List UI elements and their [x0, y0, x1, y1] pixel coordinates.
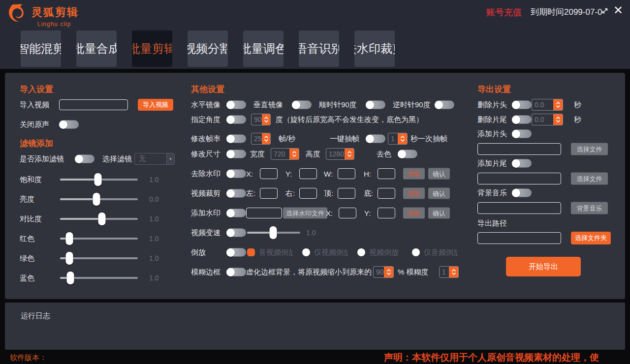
start-export-button[interactable]: 开始导出	[506, 257, 581, 276]
slider-handle[interactable]	[94, 173, 102, 186]
blur-degree-spinner[interactable]: 1	[439, 266, 459, 278]
delogo-confirm-button[interactable]: 确认	[428, 168, 450, 180]
crop-left-input[interactable]	[260, 188, 278, 199]
delogo-pick-button[interactable]: 选取	[403, 168, 425, 180]
restore-window-icon[interactable]	[600, 6, 609, 15]
spinner-arrows-icon[interactable]	[449, 267, 458, 277]
angle-toggle[interactable]	[226, 116, 246, 124]
hflip-toggle[interactable]	[226, 101, 246, 109]
watermark-file-input[interactable]	[246, 208, 282, 218]
add-tail-toggle[interactable]	[512, 159, 532, 168]
spinner-arrows-icon[interactable]	[289, 149, 299, 159]
spinner-arrows-icon[interactable]	[553, 114, 563, 125]
filter-enable-toggle[interactable]	[75, 155, 94, 163]
slider-handle[interactable]	[269, 226, 277, 239]
trim-tail-spinner[interactable]: 0.0	[532, 114, 563, 125]
extract-toggle[interactable]	[366, 135, 385, 143]
spinner-arrows-icon[interactable]	[262, 114, 271, 125]
tab-watermark-crop[interactable]: 去水印裁剪	[354, 30, 395, 67]
add-tail-file-input[interactable]	[477, 173, 561, 184]
bgm-choose-button[interactable]: 背景音乐	[571, 202, 608, 214]
tab-batch-merge[interactable]: 批量合成	[76, 30, 117, 67]
fps-toggle[interactable]	[226, 135, 246, 143]
delogo-y-input[interactable]	[299, 168, 317, 179]
blue-slider[interactable]	[60, 277, 138, 279]
trim-head-spinner[interactable]: 0.0	[532, 99, 563, 111]
grayscale-toggle[interactable]	[398, 150, 417, 158]
radio-audio-only-reverse[interactable]	[412, 248, 420, 256]
slider-handle[interactable]	[93, 193, 100, 206]
cw90-toggle[interactable]	[366, 101, 385, 109]
watermark-x-input[interactable]	[339, 208, 356, 218]
spinner-arrows-icon[interactable]	[384, 267, 393, 277]
slider-handle[interactable]	[65, 252, 73, 265]
add-tail-choose-file-button[interactable]: 选择文件	[571, 173, 608, 185]
blur-percent-spinner[interactable]: 90	[373, 266, 394, 278]
fps-spinner[interactable]: 25	[251, 133, 271, 145]
slider-handle[interactable]	[98, 212, 106, 225]
recharge-link[interactable]: 账号充值	[486, 6, 522, 18]
watermark-toggle[interactable]	[226, 209, 246, 217]
delogo-h-input[interactable]	[378, 168, 395, 179]
slider-handle[interactable]	[66, 272, 74, 284]
radio-video-reverse[interactable]	[357, 248, 365, 256]
add-head-choose-file-button[interactable]: 选择文件	[571, 143, 608, 155]
tab-smart-mix[interactable]: 智能混剪	[21, 30, 61, 67]
extract-spinner[interactable]: 1	[388, 133, 408, 145]
crop-toggle[interactable]	[226, 189, 246, 198]
bgm-file-input[interactable]	[477, 202, 561, 214]
spinner-arrows-icon[interactable]	[553, 99, 563, 110]
add-head-toggle[interactable]	[512, 130, 532, 138]
spinner-arrows-icon[interactable]	[345, 149, 354, 159]
choose-folder-button[interactable]: 选择文件夹	[571, 232, 611, 244]
slider-handle[interactable]	[65, 232, 73, 245]
height-spinner[interactable]: 1280	[326, 148, 354, 160]
trim-tail-toggle[interactable]	[512, 116, 532, 124]
delogo-w-input[interactable]	[338, 168, 355, 179]
crop-top-input[interactable]	[338, 188, 355, 199]
add-head-file-input[interactable]	[477, 143, 561, 155]
saturation-slider[interactable]	[60, 179, 138, 181]
radio-video-only-reverse[interactable]	[302, 248, 310, 256]
crop-pick-button[interactable]: 选取	[403, 188, 425, 199]
trim-head-toggle[interactable]	[512, 101, 532, 109]
tab-batch-color[interactable]: 批量调色	[243, 30, 284, 67]
watermark-y-input[interactable]	[378, 208, 395, 218]
angle-spinner[interactable]: 90	[251, 114, 271, 125]
tab-batch-edit[interactable]: 批量剪辑	[132, 30, 172, 67]
contrast-slider[interactable]	[60, 218, 138, 220]
crop-confirm-button[interactable]: 确认	[428, 188, 450, 199]
brightness-slider[interactable]	[60, 198, 138, 200]
crop-right-input[interactable]	[299, 188, 317, 199]
watermark-pick-button[interactable]: 选取	[403, 208, 425, 219]
vflip-toggle[interactable]	[292, 101, 312, 109]
reverse-toggle[interactable]	[226, 248, 246, 257]
speed-slider[interactable]	[247, 232, 300, 234]
tab-video-split[interactable]: 视频分割	[188, 30, 228, 67]
import-video-input[interactable]	[59, 99, 128, 110]
ccw90-toggle[interactable]	[435, 101, 454, 109]
spinner-arrows-icon[interactable]	[262, 133, 271, 144]
close-icon[interactable]: ✕	[613, 4, 623, 17]
slider-row: 饱和度 1.0	[20, 172, 189, 187]
crop-bottom-input[interactable]	[378, 188, 395, 199]
spinner-arrows-icon[interactable]	[398, 133, 407, 144]
import-video-button[interactable]: 导入视频	[138, 99, 173, 111]
radio-audio-video-reverse[interactable]	[247, 248, 255, 256]
width-spinner[interactable]: 720	[271, 148, 299, 160]
export-path-input[interactable]	[477, 232, 561, 244]
filter-select-dropdown[interactable]: 无 ▼	[134, 153, 175, 165]
delogo-toggle[interactable]	[226, 170, 246, 178]
red-slider[interactable]	[60, 238, 138, 240]
mute-toggle[interactable]	[59, 121, 79, 129]
blur-toggle[interactable]	[226, 268, 246, 276]
resize-toggle[interactable]	[226, 150, 246, 158]
speed-toggle[interactable]	[226, 229, 246, 237]
delogo-x-input[interactable]	[260, 168, 278, 179]
watermark-confirm-button[interactable]: 确认	[428, 208, 450, 219]
tab-speech-recognition[interactable]: 语音识别	[299, 30, 339, 67]
watermark-file-button[interactable]: 选择水印文件	[283, 208, 327, 219]
watermark-x-label: X:	[326, 209, 333, 217]
bgm-toggle[interactable]	[512, 189, 532, 197]
green-slider[interactable]	[60, 257, 138, 259]
